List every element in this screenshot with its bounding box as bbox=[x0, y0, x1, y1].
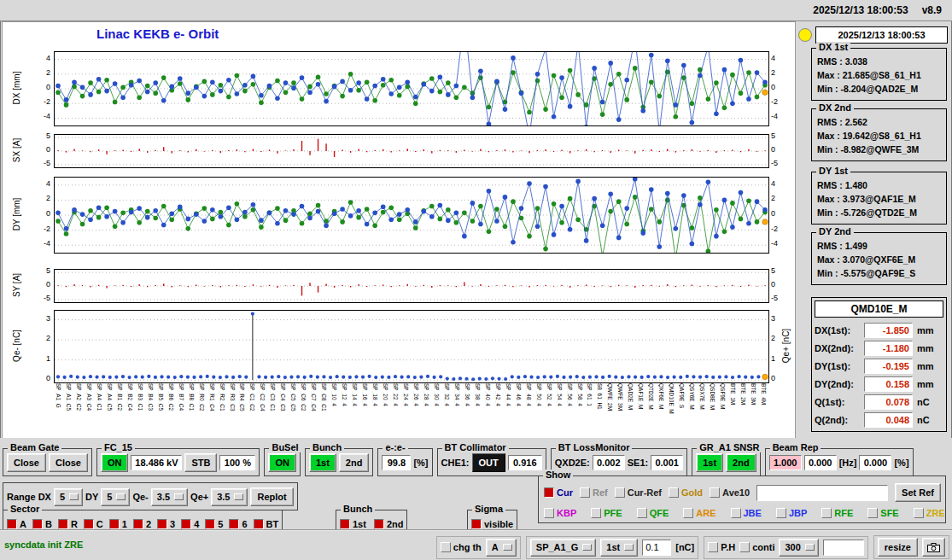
checkbox-label: 1 bbox=[122, 519, 127, 529]
x-axis-label: SP_C6_C2 bbox=[301, 383, 307, 435]
plot-dy[interactable] bbox=[54, 177, 769, 254]
checkbox-jbp[interactable]: JBP bbox=[776, 508, 807, 518]
checkbox-cur-ref[interactable]: Cur-Ref bbox=[615, 487, 662, 498]
beam-rep-group: Beam Rep1.0000.000[Hz]0.000[%] bbox=[765, 448, 914, 476]
0-000-display: 0.000 bbox=[804, 455, 837, 470]
monitor-row-label: Q(1st): bbox=[815, 397, 864, 407]
option-3-5[interactable]: 3.5 bbox=[151, 488, 188, 506]
checkbox-6[interactable]: 6 bbox=[229, 519, 247, 529]
threshold-entry[interactable] bbox=[642, 540, 671, 556]
checkbox-5[interactable]: 5 bbox=[205, 519, 223, 529]
checkbox-b[interactable]: B bbox=[32, 519, 52, 529]
y-tick-label-right: -4 bbox=[771, 239, 791, 248]
y-tick-label: 1 bbox=[30, 354, 50, 363]
checkbox-sfe[interactable]: SFE bbox=[867, 508, 898, 518]
close-button[interactable]: Close bbox=[49, 453, 88, 472]
on-button[interactable]: ON bbox=[101, 453, 129, 472]
monitor-row: DY(1st):-0.195mm bbox=[815, 357, 943, 375]
plot-q[interactable] bbox=[54, 310, 769, 383]
x-axis-label: SP_52_4 bbox=[546, 383, 552, 435]
x-axis-label: SP_A1_G bbox=[55, 383, 61, 435]
x-axis-label: SP_C7_C4 bbox=[311, 383, 317, 435]
option-3-5[interactable]: 3.5 bbox=[211, 488, 248, 506]
checkbox-a[interactable]: A bbox=[7, 519, 26, 529]
x-axis-label: QAF9E_S bbox=[679, 383, 685, 435]
x-axis-label: SP_42_4 bbox=[495, 383, 501, 435]
bunch-group-title: Bunch bbox=[341, 504, 375, 514]
range-label: Range bbox=[7, 492, 36, 502]
1st-button[interactable]: 1st bbox=[696, 453, 723, 472]
checkbox-indicator bbox=[471, 519, 482, 529]
plot-dx[interactable] bbox=[54, 51, 769, 126]
checkbox-bt[interactable]: BT bbox=[254, 519, 279, 529]
titlebar-datetime: 2025/12/13 18:00:53 bbox=[813, 4, 908, 16]
option-5[interactable]: 5 bbox=[54, 488, 83, 506]
checkbox-c[interactable]: C bbox=[84, 519, 103, 529]
stat-row: Min : -8.204@QAD2E_M bbox=[817, 82, 944, 96]
x-axis-label: BTE_1M bbox=[730, 383, 736, 435]
y-axis-label: SY [A] bbox=[12, 273, 21, 297]
2nd-button[interactable]: 2nd bbox=[339, 453, 370, 472]
checkbox-jbe[interactable]: JBE bbox=[731, 508, 762, 518]
monitor-row: DY(2nd):0.158mm bbox=[815, 375, 943, 393]
checkbox-zre[interactable]: ZRE bbox=[914, 508, 945, 518]
interval-entry[interactable] bbox=[823, 540, 864, 556]
close-button[interactable]: Close bbox=[7, 453, 46, 472]
checkbox-gold[interactable]: Gold bbox=[669, 487, 703, 498]
checkbox-kbp[interactable]: KBP bbox=[544, 508, 576, 518]
on-button[interactable]: ON bbox=[268, 453, 296, 472]
checkbox-cur[interactable]: Cur bbox=[544, 487, 573, 498]
checkbox-visible[interactable]: visible bbox=[471, 519, 513, 529]
x-axis-label: SP_A4_C1 bbox=[96, 383, 102, 435]
resize-button[interactable]: resize bbox=[878, 538, 918, 557]
checkbox-ref[interactable]: Ref bbox=[580, 487, 608, 498]
set-ref-button[interactable]: Set Ref bbox=[895, 483, 941, 502]
dy-1st-stats-title: DY 1st bbox=[816, 166, 850, 176]
x-axis-label: QWFE_2M bbox=[607, 383, 613, 435]
checkbox-ave10[interactable]: Ave10 bbox=[710, 487, 750, 498]
checkbox-qfe[interactable]: QFE bbox=[637, 508, 669, 518]
checkbox-3[interactable]: 3 bbox=[157, 519, 175, 529]
x-axis-label: SP_36_4 bbox=[464, 383, 470, 435]
replot-button[interactable]: Replot bbox=[250, 487, 293, 506]
checkbox-chg-th[interactable]: chg th bbox=[441, 542, 482, 552]
checkbox-conti[interactable]: conti bbox=[739, 542, 774, 552]
ref-name-entry[interactable] bbox=[756, 485, 888, 501]
checkbox-2nd[interactable]: 2nd bbox=[374, 519, 404, 529]
option-5[interactable]: 5 bbox=[101, 488, 130, 506]
option-1st[interactable]: 1st bbox=[600, 539, 638, 557]
checkbox-r[interactable]: R bbox=[58, 519, 78, 529]
checkbox-indicator bbox=[181, 519, 191, 529]
checkbox-indicator bbox=[591, 508, 601, 518]
1-000-display: 1.000 bbox=[769, 455, 802, 470]
checkbox-1st[interactable]: 1st bbox=[340, 519, 366, 529]
x-axis-label: SP_C3_C1 bbox=[270, 383, 276, 435]
y-tick-label: 0 bbox=[30, 209, 50, 218]
y-tick-label: 5 bbox=[30, 131, 50, 140]
out-button[interactable]: OUT bbox=[472, 453, 505, 472]
checkbox-1[interactable]: 1 bbox=[109, 519, 127, 529]
option-300[interactable]: 300 bbox=[779, 539, 818, 557]
checkbox-indicator bbox=[544, 487, 554, 498]
1st-button[interactable]: 1st bbox=[309, 453, 336, 472]
checkbox-pfe[interactable]: PFE bbox=[591, 508, 622, 518]
titlebar: 2025/12/13 18:00:53 v8.9 bbox=[0, 0, 952, 21]
x-axis-label: SP_B5_C5 bbox=[158, 383, 164, 435]
monitor-row-value: 0.158 bbox=[864, 376, 913, 392]
x-axis-label: SP_A1_C5 bbox=[66, 383, 72, 435]
option-sp-a1-g[interactable]: SP_A1_G bbox=[530, 539, 597, 557]
option-a[interactable]: A bbox=[486, 539, 517, 557]
checkbox-are[interactable]: ARE bbox=[683, 508, 715, 518]
checkbox-rfe[interactable]: RFE bbox=[821, 508, 853, 518]
camera-button[interactable] bbox=[922, 538, 945, 557]
plot-sx[interactable] bbox=[54, 134, 769, 168]
checkbox-p-h[interactable]: P.H bbox=[708, 542, 735, 552]
plot-sy[interactable] bbox=[54, 269, 769, 303]
checkbox-4[interactable]: 4 bbox=[181, 519, 199, 529]
y-tick-label-right: -5 bbox=[771, 159, 791, 167]
2nd-button[interactable]: 2nd bbox=[726, 453, 756, 472]
x-axis-label: SP_R1_C4 bbox=[209, 383, 215, 435]
checkbox-2[interactable]: 2 bbox=[133, 519, 151, 529]
stb-button[interactable]: STB bbox=[184, 453, 217, 472]
option-indicator-icon bbox=[805, 544, 815, 551]
